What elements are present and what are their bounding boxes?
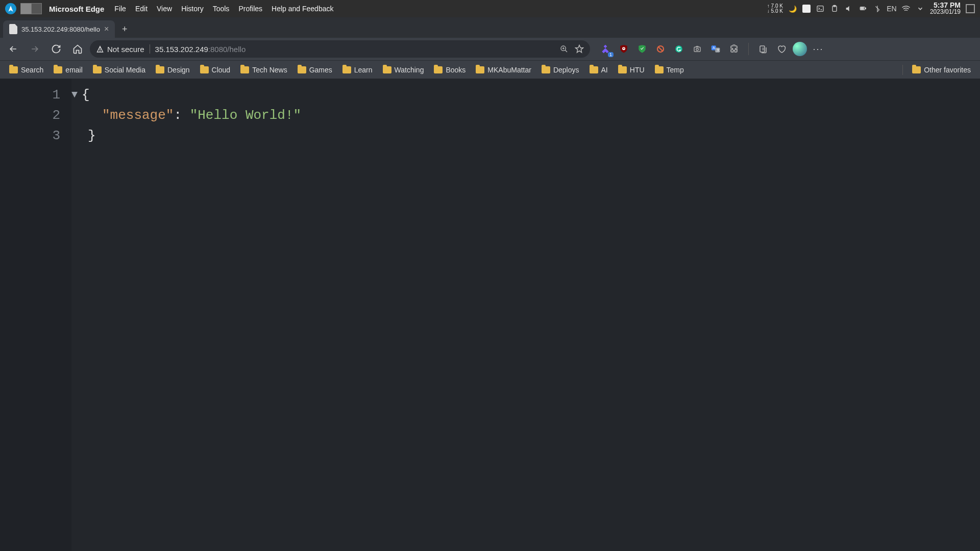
clock[interactable]: 5:37 PM 2023/01/19 (930, 2, 961, 15)
browser-tab[interactable]: 35.153.202.249:8080/hello × (3, 20, 115, 38)
address-bar[interactable]: Not secure 35.153.202.249:8080/hello (90, 40, 590, 58)
app-menu-bar: File Edit View History Tools Profiles He… (110, 3, 337, 15)
other-favorites-button[interactable]: Other favorites (908, 64, 975, 76)
bookmark-folder-ai[interactable]: AI (585, 64, 612, 76)
volume-icon[interactable] (844, 4, 853, 13)
svg-rect-0 (817, 6, 823, 12)
folder-icon (240, 66, 249, 73)
refresh-button[interactable] (47, 40, 65, 58)
more-menu-button[interactable]: ··· (811, 42, 825, 56)
extension-noscript-icon[interactable] (653, 42, 668, 56)
folder-icon (383, 66, 391, 73)
language-indicator[interactable]: EN (887, 4, 896, 13)
folder-icon (476, 66, 484, 73)
folder-icon (912, 66, 921, 73)
bookmarks-bar: Search email Social Media Design Cloud T… (0, 60, 980, 79)
url-text: 35.153.202.249:8080/hello (155, 45, 246, 54)
svg-rect-4 (865, 8, 866, 9)
json-key: "message" (102, 105, 174, 126)
svg-text:文: 文 (717, 48, 720, 52)
tray-placeholder-icon[interactable] (966, 4, 975, 13)
bookmark-folder-htu[interactable]: HTU (614, 64, 649, 76)
bookmark-folder-watching[interactable]: Watching (379, 64, 428, 76)
os-logo-icon[interactable] (5, 3, 16, 14)
desktop-top-bar: Microsoft Edge File Edit View History To… (0, 0, 980, 17)
active-app-name: Microsoft Edge (49, 5, 104, 13)
home-button[interactable] (68, 40, 87, 58)
profile-button[interactable] (793, 42, 807, 56)
folder-icon (156, 66, 164, 73)
fold-toggle-icon[interactable]: ▼ (71, 85, 78, 105)
menu-tools[interactable]: Tools (209, 3, 234, 15)
favorite-icon[interactable] (575, 44, 584, 54)
folder-icon (342, 66, 351, 73)
svg-text:A: A (713, 46, 715, 49)
new-tab-button[interactable]: + (117, 21, 132, 37)
json-close-brace: } (88, 126, 96, 146)
bookmark-folder-temp[interactable]: Temp (651, 64, 688, 76)
forward-button[interactable] (26, 40, 44, 58)
bookmark-folder-learn[interactable]: Learn (338, 64, 377, 76)
bookmark-folder-games[interactable]: Games (293, 64, 336, 76)
extension-badge: 1 (608, 52, 614, 57)
menu-profiles[interactable]: Profiles (234, 3, 266, 15)
svg-rect-10 (694, 47, 700, 52)
tab-title: 35.153.202.249:8080/hello (21, 26, 100, 33)
browser-essentials-button[interactable] (774, 42, 789, 56)
json-string-value: "Hello World!" (190, 105, 301, 126)
toolbar-divider (748, 43, 749, 55)
extensions-group: 1 A文 ··· (598, 42, 825, 56)
bluetooth-icon[interactable] (873, 4, 882, 13)
bookmark-separator (902, 65, 903, 75)
extensions-button[interactable] (727, 42, 741, 56)
bookmark-folder-books[interactable]: Books (430, 64, 470, 76)
battery-icon[interactable] (859, 4, 868, 13)
bookmark-folder-cloud[interactable]: Cloud (196, 64, 235, 76)
menu-history[interactable]: History (177, 3, 208, 15)
chevron-down-icon[interactable] (916, 4, 925, 13)
extension-translate-icon[interactable]: A文 (708, 42, 723, 56)
bookmark-folder-technews[interactable]: Tech News (236, 64, 291, 76)
json-colon: : (174, 105, 182, 126)
line-number: 2 (0, 105, 60, 126)
back-button[interactable] (4, 40, 22, 58)
folder-icon (298, 66, 306, 73)
menu-edit[interactable]: Edit (131, 3, 152, 15)
extension-ublock-icon[interactable] (617, 42, 631, 56)
moon-icon[interactable]: 🌙 (788, 4, 797, 13)
terminal-icon[interactable] (816, 4, 825, 13)
bookmark-folder-email[interactable]: email (50, 64, 86, 76)
browser-toolbar: Not secure 35.153.202.249:8080/hello 1 A… (0, 38, 980, 60)
bookmark-folder-search[interactable]: Search (5, 64, 47, 76)
browser-tab-strip: 35.153.202.249:8080/hello × + (0, 17, 980, 38)
line-number-gutter: 1 2 3 (0, 79, 71, 551)
bookmark-folder-deploys[interactable]: Deploys (537, 64, 583, 76)
separator (150, 44, 150, 54)
folder-icon (542, 66, 550, 73)
bookmark-folder-social[interactable]: Social Media (89, 64, 150, 76)
zoom-icon[interactable] (559, 44, 569, 54)
bookmark-folder-mkabumattar[interactable]: MKAbuMattar (472, 64, 535, 76)
line-number: 1 (0, 85, 60, 105)
security-indicator[interactable]: Not secure (96, 45, 144, 54)
bookmark-folder-design[interactable]: Design (152, 64, 194, 76)
folder-icon (93, 66, 102, 73)
json-open-brace: { (82, 85, 90, 105)
extension-modheader-icon[interactable]: 1 (598, 42, 612, 56)
wifi-icon[interactable] (901, 4, 911, 13)
menu-view[interactable]: View (153, 3, 176, 15)
menu-help[interactable]: Help and Feedback (267, 3, 337, 15)
security-label: Not secure (107, 45, 144, 54)
extension-grammarly-icon[interactable] (672, 42, 686, 56)
page-icon (9, 24, 17, 34)
menu-file[interactable]: File (110, 3, 130, 15)
tray-app-icon[interactable] (802, 5, 811, 13)
collections-button[interactable] (756, 42, 770, 56)
network-speed-indicator: ↑ 7.0 K ↓ 5.0 K (767, 4, 783, 14)
extension-screenshot-icon[interactable] (690, 42, 704, 56)
tab-close-button[interactable]: × (104, 24, 109, 34)
clipboard-icon[interactable] (830, 4, 839, 13)
json-viewer: ▼ { "message": "Hello World!" } (71, 79, 301, 551)
workspace-switcher[interactable] (20, 3, 42, 14)
extension-adguard-icon[interactable] (635, 42, 649, 56)
